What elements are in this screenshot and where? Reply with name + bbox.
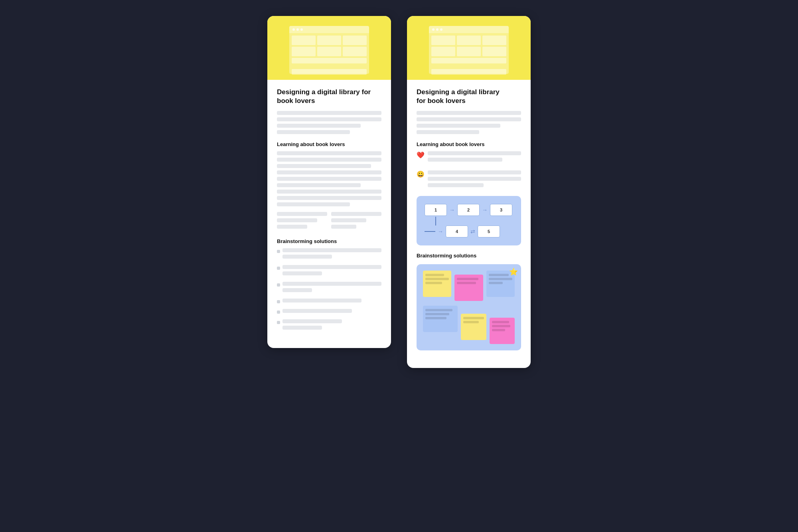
flow-node-5: 5	[478, 225, 500, 237]
sticky-line	[489, 282, 503, 284]
grid-cell	[482, 36, 506, 45]
skeleton-line	[331, 218, 366, 222]
sticky-line	[463, 317, 484, 319]
grid-cell	[343, 36, 367, 45]
skeleton-line	[282, 271, 322, 275]
sticky-line	[489, 278, 512, 280]
browser-dot-1	[292, 28, 295, 31]
flow-node-4: 4	[446, 225, 468, 237]
skeleton-line	[428, 177, 521, 181]
skeleton-line	[277, 196, 381, 200]
emoji-item-smile: 😀	[417, 170, 521, 190]
skeleton-line	[277, 170, 381, 174]
skeleton-line	[277, 212, 327, 216]
bullet-dot	[277, 267, 280, 270]
bullet-item	[277, 309, 381, 315]
card-left-title: Designing a digital library for book lov…	[277, 88, 381, 105]
skeleton-line	[282, 326, 322, 330]
smile-emoji: 😀	[417, 171, 425, 178]
card-left: Designing a digital library for book lov…	[267, 16, 391, 348]
grid-cell	[292, 47, 316, 56]
sticky-line	[425, 274, 444, 276]
skeleton-line	[331, 225, 356, 229]
sticky-note-yellow-2	[461, 314, 486, 340]
flow-vertical-line	[435, 217, 436, 225]
browser-mockup-left	[285, 22, 373, 74]
grid-cell	[482, 47, 506, 56]
browser-mockup-right	[425, 22, 513, 74]
sticky-line	[425, 278, 449, 280]
sticky-notes-area: ⭐	[417, 264, 521, 350]
skeleton-line	[277, 111, 381, 115]
bullet-lines	[282, 248, 381, 261]
skeleton-line	[428, 170, 521, 174]
skeleton-line	[282, 255, 332, 259]
sticky-note-pink-2	[490, 318, 515, 344]
skeleton-line	[282, 248, 381, 252]
sticky-line	[489, 274, 509, 276]
bullet-lines	[282, 265, 381, 278]
section-title-learning-left: Learning about book lovers	[277, 141, 381, 147]
card-right-header-image	[407, 16, 531, 80]
skeleton-line	[277, 190, 381, 194]
skeleton-line	[417, 130, 479, 134]
col-right	[331, 212, 381, 231]
sticky-line	[457, 282, 476, 284]
skeleton-line	[428, 158, 502, 162]
browser-dot-r1	[432, 28, 435, 31]
grid-cell-wide	[431, 69, 506, 75]
section-title-learning-right: Learning about book lovers	[417, 141, 521, 147]
bullet-list-left	[277, 248, 381, 332]
bullet-lines	[282, 299, 381, 305]
bullet-item	[277, 282, 381, 295]
sticky-note-blue-1: ⭐	[486, 271, 515, 297]
skeleton-line	[277, 151, 381, 155]
grid-cell	[343, 47, 367, 56]
sticky-line	[425, 309, 452, 311]
grid-cell-wide	[292, 69, 367, 75]
grid-cell	[457, 36, 481, 45]
sticky-note-yellow-1	[423, 271, 451, 297]
flow-arrow: →	[449, 207, 455, 213]
browser-dot-r2	[436, 28, 439, 31]
bullet-item	[277, 248, 381, 261]
browser-inner-left	[289, 26, 369, 74]
skeleton-line	[282, 288, 312, 292]
bullet-dot	[277, 300, 280, 303]
flow-horizontal-line	[425, 231, 435, 232]
skeleton-line	[277, 158, 381, 162]
grid-cell-wide	[292, 58, 367, 63]
bullet-dot	[277, 283, 280, 287]
card-left-header-image	[267, 16, 391, 80]
sticky-note-blue-2	[423, 306, 458, 332]
skeleton-line	[282, 282, 381, 286]
heart-emoji: ❤️	[417, 152, 425, 158]
sticky-row-1: ⭐	[423, 271, 515, 301]
two-col-skeletons-left	[277, 212, 381, 231]
grid-cell	[431, 36, 455, 45]
card-right: Designing a digital libraryfor book love…	[407, 16, 531, 368]
sticky-note-pink-1	[454, 275, 483, 301]
bullet-dot	[277, 250, 280, 253]
browser-grid-right	[429, 33, 509, 77]
cards-container: Designing a digital library for book lov…	[267, 16, 531, 368]
skeleton-line	[277, 218, 317, 222]
flow-top-row: 1 → 2 → 3	[425, 204, 513, 216]
bullet-lines	[282, 282, 381, 295]
skeleton-line	[417, 124, 500, 128]
grid-cell	[457, 47, 481, 56]
sticky-row-2	[423, 306, 515, 344]
learning-skeletons-left	[277, 151, 381, 206]
bullet-lines	[282, 319, 381, 332]
bullet-item	[277, 319, 381, 332]
browser-dot-2	[296, 28, 299, 31]
flow-arrow-back: ⇄	[470, 228, 475, 235]
flow-arrow: →	[482, 207, 488, 213]
sticky-line	[425, 282, 442, 284]
sticky-line	[425, 313, 449, 315]
sticky-line	[425, 317, 446, 319]
intro-skeletons-left	[277, 111, 381, 134]
intro-skeletons-right	[417, 111, 521, 134]
flow-diagram: 1 → 2 → 3 → 4 ⇄ 5	[417, 196, 521, 245]
emoji-lines	[428, 151, 521, 164]
